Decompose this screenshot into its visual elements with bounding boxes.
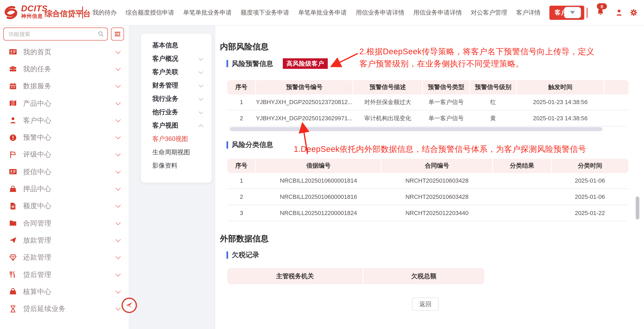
top-bar: DCITS 神州信息 综合信贷平台 我的待办综合额度授信申请单笔单批业务申请额度… [0, 0, 644, 25]
submenu-item[interactable]: 影像资料 [141, 159, 212, 173]
table-row[interactable]: 2NRCBILL2025010600001816NRCHT20250106034… [227, 189, 628, 205]
horizontal-scrollbar[interactable] [230, 127, 602, 131]
table-row[interactable]: 1YJBHYJXH_DGP20250123720812...对外担保金额过大单一… [227, 94, 628, 110]
submenu-item-label: 影像资料 [152, 162, 178, 170]
sidebar-item[interactable]: 放款管理 [0, 232, 129, 249]
section-bar [226, 60, 228, 67]
submenu-item[interactable]: 客户概况 [141, 52, 212, 66]
column-header: 借据编号 [256, 159, 381, 173]
sidebar-item[interactable]: 客户中心 [0, 112, 129, 129]
sidebar-item[interactable]: 还款管理 [0, 249, 129, 266]
sidebar-item-label: 产品中心 [23, 99, 116, 108]
alert-circle-icon [9, 133, 17, 142]
chevron-down-icon [116, 83, 120, 88]
submenu-item[interactable]: 基本信息 [141, 39, 212, 52]
table-cell: 1 [227, 94, 256, 110]
document-w-icon: W [9, 202, 17, 210]
risk-class-table: 序号借据编号合同编号分类结果分类时间1NRCBILL20250106000018… [227, 159, 628, 222]
chevron-down-icon [116, 271, 120, 276]
sidebar-item[interactable]: 评级中心 [0, 146, 129, 163]
table-cell: 2025-01-06 [552, 173, 628, 189]
user-icon[interactable] [615, 8, 623, 16]
table-cell: 单一客户信号 [422, 110, 470, 126]
sidebar-item[interactable]: 贷后延续业务 [0, 300, 129, 318]
table-cell: NRCBILL2025010600001816 [256, 189, 381, 205]
submenu-item[interactable]: 客户关联 [141, 66, 212, 79]
sidebar-item[interactable]: 我的任务 [0, 60, 129, 78]
submenu-item-label: 生命周期视图 [152, 148, 190, 157]
sidebar-item-label: 核算中心 [23, 287, 116, 297]
submenu-item-label: 他行业务 [152, 108, 178, 117]
vertical-scrollbar[interactable] [636, 196, 639, 220]
briefcase-icon [9, 65, 17, 73]
sidebar-item-label: 额度中心 [23, 201, 116, 211]
chevron-down-icon [116, 117, 120, 122]
sidebar-item[interactable]: 产品中心 [0, 95, 129, 112]
submenu-item[interactable]: 他行业务 [141, 106, 212, 119]
column-header: 序号 [227, 159, 256, 173]
sidebar-item[interactable]: 贷后管理 [0, 266, 129, 283]
table-row[interactable]: 2YJBHYJXH_DGP20250123629971...审计机构出现变化单一… [227, 110, 628, 126]
risk-class-heading: 风险分类信息 [232, 140, 273, 149]
nav-item[interactable]: 我的待办 [92, 9, 117, 16]
sidebar-item[interactable]: 数据服务 [0, 77, 129, 95]
chevron-down-icon [116, 237, 120, 242]
calendar-icon [9, 82, 17, 90]
sidebar-collapse-button[interactable] [122, 298, 137, 313]
table-cell: 2 [227, 110, 256, 126]
search-input[interactable] [8, 28, 98, 40]
table-row[interactable]: 1NRCBILL2025010600001814NRCHT20250106034… [227, 173, 628, 189]
table-header-row: 序号借据编号合同编号分类结果分类时间 [227, 159, 628, 173]
table-cell: 3 [227, 205, 256, 221]
main-content: 内部风险信息 风险预警信息 高风险级客户 2.根据DeepSeek传导策略，将客… [215, 25, 644, 329]
table-cell: NRCHT2025010603428 [381, 189, 493, 205]
search-icon [98, 31, 104, 37]
submenu-item[interactable]: 客户360视图 [141, 132, 212, 146]
gear-icon[interactable] [630, 8, 638, 16]
table-cell: 2 [227, 189, 256, 205]
submenu-item[interactable]: 客户视图 [141, 119, 212, 132]
sidebar-item[interactable]: 预警中心 [0, 129, 129, 146]
column-header: 预警信号编号 [256, 80, 353, 94]
chevron-down-icon [570, 11, 575, 14]
nav-item[interactable]: 用信业务申请详情 [356, 9, 404, 16]
chevron-down-icon [116, 305, 120, 310]
chevron-down-icon [199, 69, 204, 74]
sidebar-item[interactable]: W额度中心 [0, 197, 129, 215]
chevron-down-icon [116, 185, 120, 191]
header-separator [587, 7, 588, 18]
notification-badge: 0 [597, 3, 607, 9]
submenu-item[interactable]: 生命周期视图 [141, 146, 212, 159]
chevron-down-icon [116, 151, 120, 156]
external-data-title: 外部数据信息 [220, 233, 268, 244]
chevron-down-icon [116, 168, 120, 174]
back-button[interactable]: 返回 [412, 298, 439, 311]
sidebar-item[interactable]: 我的首页 [0, 43, 129, 60]
table-header-row: 主管税务机关欠税总额 [227, 268, 484, 284]
table-cell: NRCBILL2025010600001814 [256, 173, 381, 189]
notifications-button[interactable]: 0 [593, 8, 608, 17]
submenu-item[interactable]: 我行业务 [141, 92, 212, 106]
sidebar-item[interactable]: 押品中心 [0, 180, 129, 198]
nav-item[interactable]: 单笔单批业务申请 [298, 9, 347, 16]
sidebar-item[interactable]: 授信中心 [0, 163, 129, 180]
utensils-icon [9, 271, 17, 279]
chevron-down-icon [116, 66, 120, 71]
table-cell: NRCHT2025010603428 [381, 173, 493, 189]
sidebar-item-label: 贷后延续业务 [23, 304, 116, 314]
chevron-down-icon [199, 96, 204, 101]
sidebar-item[interactable]: 核算中心 [0, 283, 129, 300]
sidebar-item[interactable]: 合同管理 [0, 215, 129, 232]
nav-item[interactable]: 单笔单批业务申请 [183, 9, 232, 16]
top-nav: 我的待办综合额度授信申请单笔单批业务申请额度项下业务申请单笔单批业务申请用信业务… [92, 0, 584, 25]
menu-collapse-button[interactable] [111, 27, 124, 40]
table-row[interactable]: 3NRCBILL2025012200001824NRCHT20250122034… [227, 205, 628, 221]
nav-item[interactable]: 对公客户管理 [471, 9, 507, 16]
nav-item[interactable]: 额度项下业务申请 [241, 9, 289, 16]
nav-item[interactable]: 综合额度授信申请 [126, 9, 174, 16]
nav-item[interactable]: 客户详情 [516, 9, 540, 16]
risk-warning-heading: 风险预警信息 [232, 59, 273, 68]
submenu-item[interactable]: 财务管理 [141, 79, 212, 92]
tabs-dropdown-button[interactable] [564, 7, 581, 18]
nav-item[interactable]: 用信业务申请详情 [413, 9, 462, 16]
